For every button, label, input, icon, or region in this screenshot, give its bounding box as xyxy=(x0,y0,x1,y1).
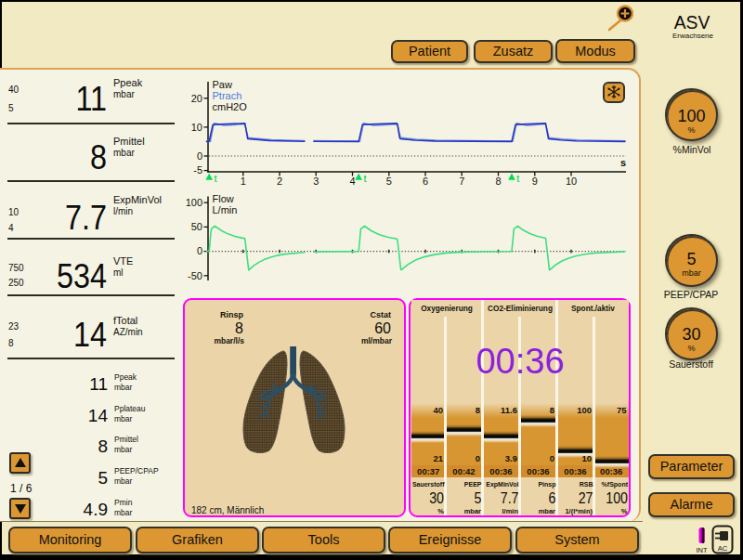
svg-text:AC: AC xyxy=(718,544,728,553)
svg-text:Flow: Flow xyxy=(213,193,234,204)
svg-text:s: s xyxy=(620,157,626,168)
svg-text:INT: INT xyxy=(696,546,708,554)
svg-text:-5: -5 xyxy=(193,164,202,176)
svg-text:20: 20 xyxy=(191,93,202,104)
svg-text:t: t xyxy=(363,173,366,184)
svg-text:3: 3 xyxy=(313,176,319,187)
svg-text:-50: -50 xyxy=(188,270,202,281)
svg-text:9: 9 xyxy=(532,176,538,187)
svg-text:t: t xyxy=(214,173,216,184)
svg-text:10: 10 xyxy=(566,176,577,187)
svg-text:Paw: Paw xyxy=(213,79,232,90)
svg-text:Ptrach: Ptrach xyxy=(213,90,242,101)
svg-text:0: 0 xyxy=(197,150,202,162)
svg-text:50: 50 xyxy=(191,221,202,232)
svg-text:4: 4 xyxy=(349,176,355,187)
svg-text:6: 6 xyxy=(423,176,428,187)
svg-text:2: 2 xyxy=(277,176,282,187)
svg-text:cmH2O: cmH2O xyxy=(213,101,248,112)
svg-text:10: 10 xyxy=(191,122,202,133)
svg-text:L/min: L/min xyxy=(213,204,238,215)
svg-text:5: 5 xyxy=(386,176,392,187)
svg-text:t: t xyxy=(516,173,519,184)
svg-text:7: 7 xyxy=(459,176,464,187)
svg-text:100: 100 xyxy=(186,197,202,208)
svg-text:8: 8 xyxy=(495,176,501,187)
svg-text:1: 1 xyxy=(241,176,246,187)
svg-text:0: 0 xyxy=(197,245,202,256)
